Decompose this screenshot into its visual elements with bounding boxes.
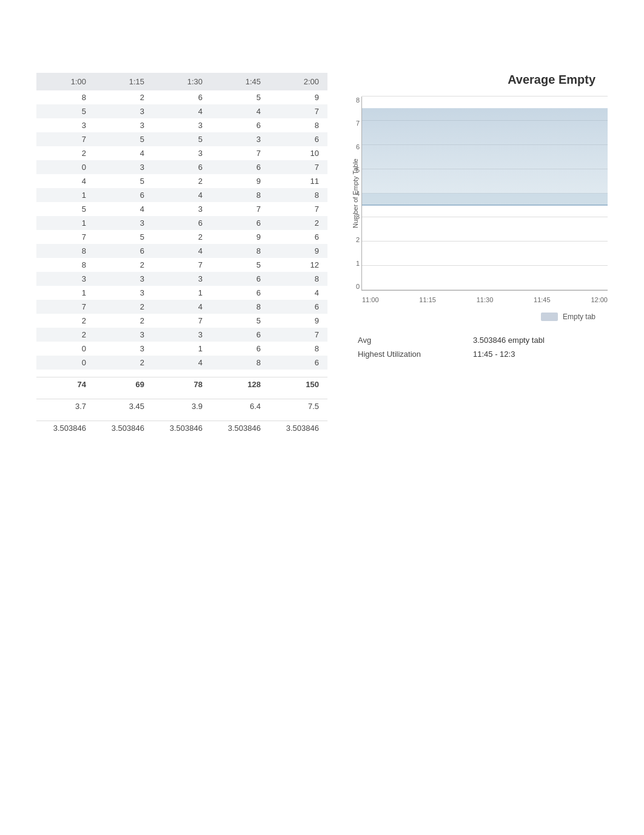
chart-section: Average Empty Number of Empty Table 0 1 … [352, 73, 608, 435]
cell-12-1: 2 [95, 258, 153, 272]
sum-cell-1: 69 [95, 377, 153, 392]
spacer-cell-4 [269, 413, 327, 421]
table-row: 13662 [36, 216, 327, 230]
table-row: 54377 [36, 202, 327, 216]
grand-avg-cell-2: 3.503846 [153, 421, 211, 436]
highest-label: Highest Utilization [358, 350, 449, 359]
cell-3-1: 5 [95, 132, 153, 146]
table-row: 22759 [36, 314, 327, 328]
cell-5-3: 6 [211, 160, 269, 174]
spacer-cell-3 [211, 391, 269, 399]
avg-cell-0: 3.7 [36, 399, 95, 414]
cell-7-3: 8 [211, 188, 269, 202]
avg-value: 3.503846 empty tabl [473, 336, 545, 345]
legend-swatch [541, 313, 558, 321]
cell-12-4: 12 [269, 258, 327, 272]
cell-15-1: 2 [95, 300, 153, 314]
cell-19-2: 4 [153, 356, 211, 370]
stats-section: Avg 3.503846 empty tabl Highest Utilizat… [352, 336, 608, 363]
cell-9-0: 1 [36, 216, 95, 230]
grand-avg-cell-0: 3.503846 [36, 421, 95, 436]
spacer-row [36, 391, 327, 399]
cell-1-2: 4 [153, 104, 211, 118]
cell-19-3: 8 [211, 356, 269, 370]
spacer-cell-2 [153, 413, 211, 421]
sum-row: 746978128150 [36, 377, 327, 392]
cell-8-4: 7 [269, 202, 327, 216]
cell-1-0: 5 [36, 104, 95, 118]
table-row: 72486 [36, 300, 327, 314]
cell-6-1: 5 [95, 174, 153, 188]
highest-value: 11:45 - 12:3 [473, 350, 515, 359]
y-tick-3: 3 [344, 213, 360, 220]
cell-11-0: 8 [36, 244, 95, 258]
cell-16-3: 5 [211, 314, 269, 328]
cell-4-2: 3 [153, 146, 211, 160]
x-tick-2: 11:30 [477, 296, 494, 303]
cell-12-3: 5 [211, 258, 269, 272]
y-tick-1: 1 [344, 260, 360, 267]
spacer-cell-4 [269, 370, 327, 377]
avg-cell-1: 3.45 [95, 399, 153, 414]
data-table: 1:00 1:15 1:30 1:45 2:00 826595344733368… [36, 73, 327, 435]
cell-6-4: 11 [269, 174, 327, 188]
table-row: 13164 [36, 286, 327, 300]
cell-11-3: 8 [211, 244, 269, 258]
cell-15-3: 8 [211, 300, 269, 314]
avg-cell-4: 7.5 [269, 399, 327, 414]
cell-2-0: 3 [36, 118, 95, 132]
cell-19-4: 6 [269, 356, 327, 370]
cell-5-2: 6 [153, 160, 211, 174]
table-row: 82659 [36, 90, 327, 104]
cell-15-4: 6 [269, 300, 327, 314]
grand-avg-cell-1: 3.503846 [95, 421, 153, 436]
sum-cell-3: 128 [211, 377, 269, 392]
cell-16-4: 9 [269, 314, 327, 328]
cell-12-2: 7 [153, 258, 211, 272]
spacer-cell-1 [95, 370, 153, 377]
spacer-cell-1 [95, 391, 153, 399]
cell-0-3: 5 [211, 90, 269, 104]
table-row: 452911 [36, 174, 327, 188]
cell-15-2: 4 [153, 300, 211, 314]
cell-0-1: 2 [95, 90, 153, 104]
cell-18-0: 0 [36, 342, 95, 356]
cell-4-3: 7 [211, 146, 269, 160]
legend-section: Empty tab [352, 313, 608, 321]
cell-3-3: 3 [211, 132, 269, 146]
spacer-cell-3 [211, 413, 269, 421]
legend-label: Empty tab [563, 313, 595, 321]
y-tick-2: 2 [344, 236, 360, 243]
cell-14-0: 1 [36, 286, 95, 300]
cell-5-4: 7 [269, 160, 327, 174]
x-tick-4: 12:00 [591, 296, 608, 303]
y-tick-6: 6 [344, 143, 360, 150]
cell-7-1: 6 [95, 188, 153, 202]
cell-14-2: 1 [153, 286, 211, 300]
cell-3-0: 7 [36, 132, 95, 146]
cell-17-3: 6 [211, 328, 269, 342]
col-header-2: 1:30 [153, 73, 211, 90]
y-tick-5: 5 [344, 166, 360, 174]
cell-8-3: 7 [211, 202, 269, 216]
cell-9-1: 3 [95, 216, 153, 230]
cell-16-0: 2 [36, 314, 95, 328]
spacer-cell-0 [36, 370, 95, 377]
cell-14-1: 3 [95, 286, 153, 300]
cell-11-2: 4 [153, 244, 211, 258]
cell-1-4: 7 [269, 104, 327, 118]
x-tick-3: 11:45 [534, 296, 551, 303]
y-tick-4: 4 [344, 190, 360, 197]
x-tick-0: 11:00 [362, 296, 379, 303]
avg-cell-2: 3.9 [153, 399, 211, 414]
table-row: 243710 [36, 146, 327, 160]
cell-0-2: 6 [153, 90, 211, 104]
table-row: 02486 [36, 356, 327, 370]
chart-highlight-band [362, 194, 608, 205]
cell-10-1: 5 [95, 230, 153, 244]
cell-13-4: 8 [269, 272, 327, 286]
chart-wrapper: Number of Empty Table 0 1 2 3 4 5 6 7 8 [352, 96, 608, 291]
y-tick-7: 7 [344, 120, 360, 127]
avg-label: Avg [358, 336, 449, 345]
table-row: 33368 [36, 272, 327, 286]
